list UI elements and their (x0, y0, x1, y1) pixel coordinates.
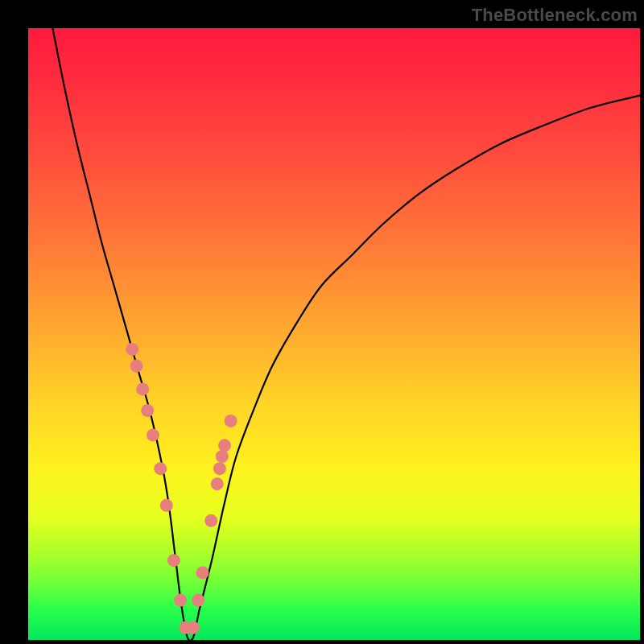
curve-marker (126, 343, 138, 356)
curve-marker (211, 477, 224, 490)
curve-marker (160, 499, 173, 512)
marker-group (126, 343, 237, 634)
curve-marker (218, 439, 231, 452)
chart-frame: TheBottleneck.com (0, 0, 644, 644)
curve-svg (28, 28, 640, 640)
curve-marker (192, 594, 204, 607)
curve-marker (130, 360, 143, 373)
curve-marker (225, 415, 237, 427)
curve-marker (174, 594, 187, 607)
curve-marker (141, 404, 154, 417)
curve-marker (136, 382, 149, 395)
curve-marker (187, 621, 200, 634)
curve-marker (167, 554, 180, 567)
bottleneck-curve (52, 28, 640, 640)
curve-marker (147, 428, 159, 441)
curve-marker (196, 566, 209, 579)
plot-area (28, 28, 640, 640)
curve-marker (213, 462, 226, 475)
curve-marker (154, 462, 167, 475)
watermark-text: TheBottleneck.com (472, 5, 638, 26)
curve-marker (216, 450, 229, 463)
curve-marker (204, 514, 217, 527)
